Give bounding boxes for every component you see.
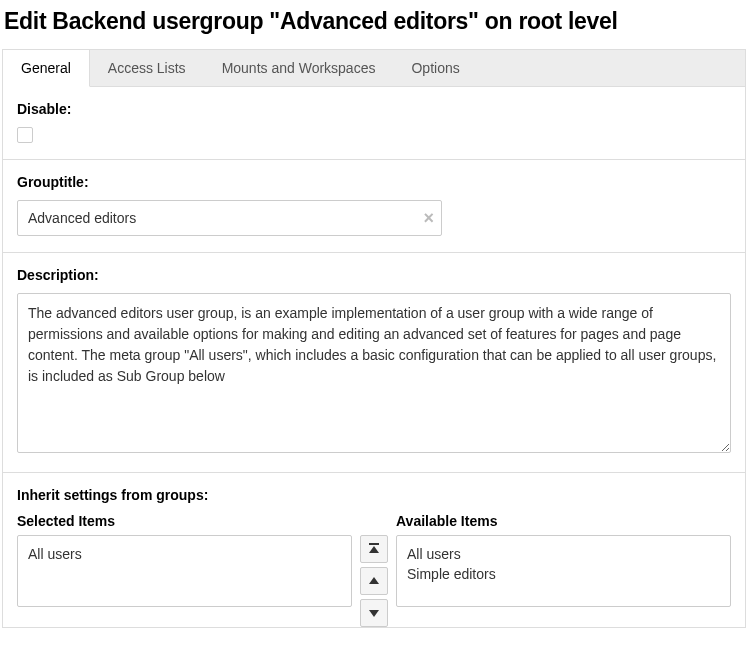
- disable-checkbox[interactable]: [17, 127, 33, 143]
- selected-items-listbox[interactable]: All users: [17, 535, 352, 607]
- grouptitle-input[interactable]: [17, 200, 442, 236]
- chevron-up-icon: [368, 575, 380, 587]
- disable-label: Disable:: [17, 101, 731, 117]
- description-section: Description:: [3, 253, 745, 473]
- inherit-label: Inherit settings from groups:: [17, 487, 731, 503]
- svg-marker-2: [369, 577, 379, 584]
- svg-rect-0: [369, 543, 379, 545]
- close-icon[interactable]: ×: [423, 209, 434, 227]
- selected-items-label: Selected Items: [17, 513, 352, 529]
- move-up-button[interactable]: [360, 567, 388, 595]
- tab-mounts-workspaces[interactable]: Mounts and Workspaces: [204, 50, 394, 86]
- list-item[interactable]: All users: [407, 544, 720, 564]
- list-item[interactable]: All users: [28, 544, 341, 564]
- page-title: Edit Backend usergroup "Advanced editors…: [4, 8, 746, 35]
- list-item[interactable]: Simple editors: [407, 564, 720, 584]
- inherit-section: Inherit settings from groups: Selected I…: [3, 473, 745, 627]
- description-textarea[interactable]: [17, 293, 731, 453]
- tab-options[interactable]: Options: [393, 50, 477, 86]
- svg-marker-1: [369, 546, 379, 553]
- tab-bar: General Access Lists Mounts and Workspac…: [2, 49, 746, 86]
- available-items-listbox[interactable]: All users Simple editors: [396, 535, 731, 607]
- tab-access-lists[interactable]: Access Lists: [90, 50, 204, 86]
- move-top-icon: [368, 543, 380, 555]
- chevron-down-icon: [368, 607, 380, 619]
- svg-marker-3: [369, 610, 379, 617]
- grouptitle-label: Grouptitle:: [17, 174, 731, 190]
- description-label: Description:: [17, 267, 731, 283]
- grouptitle-section: Grouptitle: ×: [3, 160, 745, 253]
- move-top-button[interactable]: [360, 535, 388, 563]
- available-items-label: Available Items: [396, 513, 731, 529]
- form-panel: Disable: Grouptitle: × Description: Inhe…: [2, 86, 746, 628]
- tab-general[interactable]: General: [3, 50, 90, 87]
- disable-section: Disable:: [3, 87, 745, 160]
- move-down-button[interactable]: [360, 599, 388, 627]
